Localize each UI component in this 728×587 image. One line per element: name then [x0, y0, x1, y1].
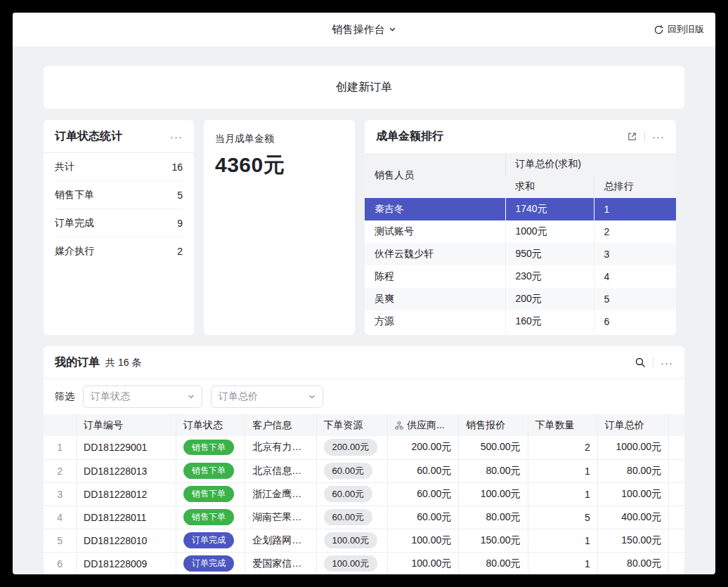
order-status-filter-select[interactable]: 订单状态	[83, 385, 202, 408]
top-bar: 销售操作台 回到旧版	[13, 13, 715, 46]
ranking-row: 测试账号 1000元 2	[365, 220, 676, 243]
rank-person: 秦吉冬	[365, 198, 505, 220]
more-icon[interactable]: ···	[652, 131, 665, 142]
resource-pill: 100.00元	[324, 555, 378, 572]
rank-amount: 160元	[505, 310, 594, 333]
resource-pill: 60.00元	[324, 463, 373, 480]
customer-cell: 浙江金鹰卡...	[245, 482, 316, 506]
order-row[interactable]: 6 DD181228009 订单完成 爱国家信息... 100.00元 100.…	[44, 552, 684, 574]
rank-position: 4	[594, 265, 676, 288]
ranking-row: 方源 160元 6	[365, 310, 676, 333]
resource-pill: 200.00元	[324, 439, 378, 456]
my-orders-count: 共 16 条	[105, 357, 141, 369]
status-cell: 销售下单	[176, 506, 245, 529]
more-icon[interactable]: ···	[661, 357, 673, 368]
customer-cell: 企划路网络...	[245, 529, 316, 552]
ranking-card-header: 成单金额排行 ···	[365, 120, 676, 153]
chevron-down-icon	[389, 26, 396, 33]
back-to-old-version-link[interactable]: 回到旧版	[654, 13, 704, 46]
col-customer: 客户信息	[245, 414, 316, 436]
ranking-col-rank: 总排行	[594, 176, 676, 198]
col-supplier: 供应商...	[387, 414, 458, 436]
rank-position: 3	[594, 243, 676, 265]
more-icon[interactable]: ···	[170, 131, 183, 142]
col-spacer	[669, 414, 684, 436]
total-cell: 1000.00元	[597, 436, 668, 459]
status-cell: 销售下单	[176, 482, 245, 506]
status-row-media: 媒介执行 2	[55, 237, 183, 265]
row-number: 4	[44, 506, 77, 529]
stats-cards-row: 订单状态统计 ··· 共计 16 销售下单 5 订单完成 9	[44, 120, 684, 335]
ranking-card-actions: ···	[627, 131, 665, 142]
order-total-filter-select[interactable]: 订单总价	[211, 385, 323, 408]
ranking-row: 吴爽 200元 5	[365, 288, 676, 310]
status-cell: 销售下单	[176, 436, 245, 459]
total-cell: 80.00元	[597, 552, 668, 574]
total-cell: 400.00元	[597, 506, 668, 529]
icon-divider	[653, 357, 654, 367]
rank-position: 5	[594, 288, 676, 310]
rank-person: 陈程	[365, 265, 505, 288]
resource-cell: 60.00元	[316, 506, 387, 529]
order-status-filter-value: 订单状态	[91, 390, 130, 403]
resource-cell: 60.00元	[316, 482, 387, 506]
resource-cell: 100.00元	[316, 529, 387, 552]
order-row[interactable]: 4 DD181228011 销售下单 湖南芒果娱... 60.00元 60.00…	[44, 506, 684, 529]
monthly-amount-value: 4360元	[215, 151, 344, 180]
order-status-card: 订单状态统计 ··· 共计 16 销售下单 5 订单完成 9	[44, 120, 194, 335]
ranking-table: 销售人员 订单总价(求和) 求和 总排行 秦吉冬 1740元	[365, 153, 676, 333]
order-row[interactable]: 2 DD181228013 销售下单 北京信息大... 60.00元 60.00…	[44, 459, 684, 482]
page-frame: 销售操作台 回到旧版 创建新订单	[0, 0, 728, 587]
col-quantity: 下单数量	[528, 414, 597, 436]
col-total: 订单总价	[597, 414, 668, 436]
supplier-cell: 60.00元	[387, 482, 458, 506]
col-resource: 下单资源	[316, 414, 387, 436]
total-cell: 80.00元	[597, 459, 668, 482]
export-icon[interactable]	[627, 131, 637, 142]
status-value: 9	[177, 218, 183, 229]
create-order-button[interactable]: 创建新订单	[44, 66, 684, 109]
row-number: 1	[44, 436, 77, 459]
row-number: 5	[44, 529, 77, 552]
status-cell: 销售下单	[176, 459, 245, 482]
back-link-label: 回到旧版	[668, 23, 704, 36]
app-title: 销售操作台	[332, 23, 385, 37]
order-no-cell: DD181228013	[77, 459, 176, 482]
order-status-card-title: 订单状态统计	[55, 129, 122, 144]
my-orders-title: 我的订单	[55, 355, 100, 370]
rank-person: 方源	[365, 310, 505, 333]
rank-amount: 950元	[505, 243, 594, 265]
supplier-cell: 100.00元	[387, 552, 458, 574]
ranking-col-person: 销售人员	[365, 153, 505, 198]
spacer-cell	[669, 482, 684, 506]
status-value: 5	[177, 190, 183, 201]
quantity-cell: 5	[528, 506, 597, 529]
spacer-cell	[669, 529, 684, 552]
order-row[interactable]: 1 DD181229001 销售下单 北京有力量... 200.00元 200.…	[44, 436, 684, 459]
status-badge: 销售下单	[183, 463, 234, 478]
order-no-cell: DD181229001	[77, 436, 176, 459]
ranking-card: 成单金额排行 ···	[365, 120, 676, 335]
resource-pill: 60.00元	[324, 486, 373, 503]
quote-cell: 100.00元	[459, 482, 528, 506]
status-label: 共计	[55, 161, 74, 173]
order-row[interactable]: 3 DD181228012 销售下单 浙江金鹰卡... 60.00元 60.00…	[44, 482, 684, 506]
order-status-card-header: 订单状态统计 ···	[44, 120, 194, 153]
total-cell: 100.00元	[597, 482, 668, 506]
quantity-cell: 1	[528, 552, 597, 574]
resource-pill: 60.00元	[324, 509, 373, 526]
col-status: 订单状态	[176, 414, 245, 436]
my-orders-title-wrap: 我的订单 共 16 条	[55, 355, 141, 370]
row-number: 6	[44, 552, 77, 574]
rank-position: 2	[594, 220, 676, 243]
app-title-dropdown[interactable]: 销售操作台	[332, 13, 396, 46]
icon-divider	[644, 132, 645, 142]
search-icon[interactable]	[635, 357, 646, 368]
rank-amount: 1000元	[505, 220, 594, 243]
resource-cell: 100.00元	[316, 552, 387, 574]
hierarchy-icon	[395, 421, 403, 430]
status-badge: 订单完成	[183, 555, 234, 571]
rank-person: 测试账号	[365, 220, 505, 243]
orders-table: 订单编号 订单状态 客户信息 下单资源	[44, 414, 684, 574]
order-row[interactable]: 5 DD181228010 订单完成 企划路网络... 100.00元 100.…	[44, 529, 684, 552]
